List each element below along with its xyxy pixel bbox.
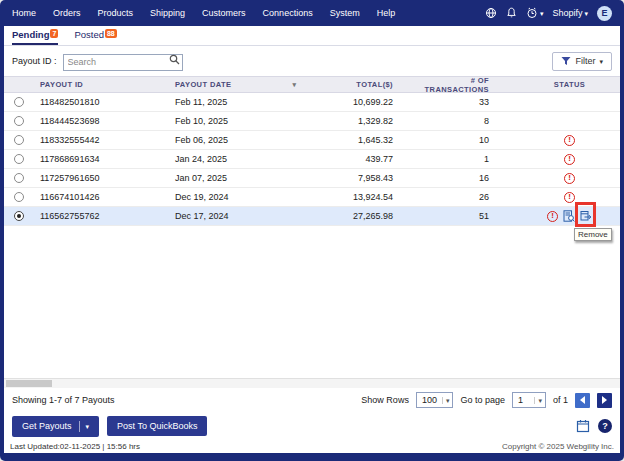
row-radio-cell <box>4 154 34 164</box>
get-payouts-button[interactable]: Get Payouts ▾ <box>12 416 99 437</box>
row-radio[interactable] <box>14 97 24 107</box>
table-row[interactable]: 118332555442 Feb 06, 2025 1,645.32 10 ! <box>4 131 620 150</box>
payout-id-cell: 118332555442 <box>34 135 169 145</box>
total-cell: 27,265.98 <box>314 211 409 221</box>
chevron-down-icon: ▾ <box>540 10 544 17</box>
nav-item-shipping[interactable]: Shipping <box>150 8 185 18</box>
chevron-down-icon[interactable]: ▾ <box>79 421 90 432</box>
scheduler-menu[interactable]: ▾ <box>526 7 544 19</box>
table-row[interactable]: 118444523698 Feb 10, 2025 1,329.82 8 <box>4 112 620 131</box>
nav-item-orders[interactable]: Orders <box>53 8 81 18</box>
nav-item-help[interactable]: Help <box>377 8 396 18</box>
transactions-cell: 1 <box>409 154 519 164</box>
prev-page-button[interactable] <box>575 393 590 408</box>
payout-id-cell: 116674101426 <box>34 192 169 202</box>
calendar-icon[interactable] <box>576 419 590 433</box>
remove-payout-icon[interactable] <box>580 210 592 222</box>
payout-id-cell: 118482501810 <box>34 97 169 107</box>
left-arrow-icon <box>580 396 585 404</box>
tab-bar: Pending 7 Posted 88 <box>4 26 620 46</box>
row-radio[interactable] <box>14 135 24 145</box>
tab-posted[interactable]: Posted 88 <box>74 29 116 45</box>
nav-item-home[interactable]: Home <box>12 8 36 18</box>
get-payouts-label: Get Payouts <box>22 421 72 431</box>
chevron-down-icon: ▾ <box>534 397 542 404</box>
chevron-down-icon: ▾ <box>584 10 588 17</box>
error-status-icon[interactable]: ! <box>564 154 575 165</box>
table-body: 118482501810 Feb 11, 2025 10,699.22 33 1… <box>4 93 620 226</box>
store-label: Shopify <box>552 8 582 18</box>
total-cell: 10,699.22 <box>314 97 409 107</box>
total-cell: 1,329.82 <box>314 116 409 126</box>
nav-item-customers[interactable]: Customers <box>202 8 246 18</box>
table-row[interactable]: 117868691634 Jan 24, 2025 439.77 1 ! <box>4 150 620 169</box>
payout-search-input[interactable] <box>63 54 183 71</box>
row-radio[interactable] <box>14 154 24 164</box>
col-transactions[interactable]: # OF TRANSACTIONS <box>409 76 519 94</box>
status-bar: Last Updated:02-11-2025 | 15:56 hrs Copy… <box>4 440 620 453</box>
transactions-cell: 8 <box>409 116 519 126</box>
row-radio[interactable] <box>14 192 24 202</box>
tab-pending-label: Pending <box>12 29 49 40</box>
payout-id-cell: 117257961650 <box>34 173 169 183</box>
payout-date-cell: Feb 10, 2025 <box>169 116 314 126</box>
payout-date-cell: Jan 07, 2025 <box>169 173 314 183</box>
user-avatar[interactable]: E <box>597 6 612 21</box>
row-radio-cell <box>4 211 34 221</box>
scrollbar-thumb[interactable] <box>6 380 52 387</box>
row-radio[interactable] <box>14 173 24 183</box>
nav-item-products[interactable]: Products <box>98 8 134 18</box>
total-cell: 13,924.54 <box>314 192 409 202</box>
show-rows-select[interactable]: 100 ▾ <box>416 392 454 408</box>
transactions-cell: 51 <box>409 211 519 221</box>
tab-posted-label: Posted <box>74 29 104 40</box>
filter-bar: Payout ID : Filter ▾ <box>4 46 620 76</box>
store-selector[interactable]: Shopify ▾ <box>552 8 588 18</box>
col-payout-date[interactable]: PAYOUT DATE ▾ <box>169 80 314 89</box>
actions-right: ? <box>576 419 612 433</box>
show-rows-label: Show Rows <box>361 395 409 405</box>
page-select[interactable]: 1 ▾ <box>512 392 546 408</box>
payout-id-cell: 116562755762 <box>34 211 169 221</box>
main-content: Pending 7 Posted 88 Payout ID : Filter ▾ <box>4 26 620 453</box>
nav-item-connections[interactable]: Connections <box>263 8 313 18</box>
error-status-icon[interactable]: ! <box>564 135 575 146</box>
chevron-down-icon: ▾ <box>599 58 603 65</box>
filter-button[interactable]: Filter ▾ <box>552 52 612 71</box>
tab-pending[interactable]: Pending 7 <box>12 29 58 45</box>
table-header: PAYOUT ID PAYOUT DATE ▾ TOTAL($) # OF TR… <box>4 76 620 93</box>
page-value: 1 <box>518 395 523 405</box>
col-status[interactable]: STATUS <box>519 80 620 89</box>
globe-icon[interactable] <box>485 7 497 19</box>
posted-count-badge: 88 <box>105 29 117 38</box>
table-row[interactable]: 116562755762 Dec 17, 2024 27,265.98 51 !… <box>4 207 620 226</box>
table-row[interactable]: 116674101426 Dec 19, 2024 13,924.54 26 ! <box>4 188 620 207</box>
nav-item-system[interactable]: System <box>330 8 360 18</box>
payout-id-cell: 118444523698 <box>34 116 169 126</box>
showing-text: Showing 1-7 of 7 Payouts <box>12 395 115 405</box>
col-total[interactable]: TOTAL($) <box>314 80 409 89</box>
horizontal-scrollbar[interactable] <box>4 378 620 388</box>
post-to-quickbooks-button[interactable]: Post To QuickBooks <box>107 416 207 436</box>
search-icon <box>169 54 180 65</box>
notifications-bell-icon[interactable] <box>506 7 517 19</box>
error-status-icon[interactable]: ! <box>564 173 575 184</box>
table-row[interactable]: 118482501810 Feb 11, 2025 10,699.22 33 <box>4 93 620 112</box>
nav-right: ▾ Shopify ▾ E <box>485 6 612 21</box>
row-radio-cell <box>4 173 34 183</box>
row-radio[interactable] <box>14 116 24 126</box>
row-radio[interactable] <box>14 211 24 221</box>
table-row[interactable]: 117257961650 Jan 07, 2025 7,958.43 16 ! <box>4 169 620 188</box>
help-icon[interactable]: ? <box>598 419 612 433</box>
error-status-icon[interactable]: ! <box>547 211 558 222</box>
go-to-page-label: Go to page <box>460 395 505 405</box>
sort-desc-icon[interactable]: ▾ <box>292 81 296 89</box>
status-cell: ! <box>519 173 620 184</box>
next-page-button[interactable] <box>597 393 612 408</box>
view-transactions-icon[interactable] <box>563 210 575 222</box>
error-status-icon[interactable]: ! <box>564 192 575 203</box>
top-navbar: HomeOrdersProductsShippingCustomersConne… <box>4 0 620 26</box>
col-payout-id[interactable]: PAYOUT ID <box>34 80 169 89</box>
status-cell: ! <box>519 192 620 203</box>
payout-date-cell: Dec 19, 2024 <box>169 192 314 202</box>
